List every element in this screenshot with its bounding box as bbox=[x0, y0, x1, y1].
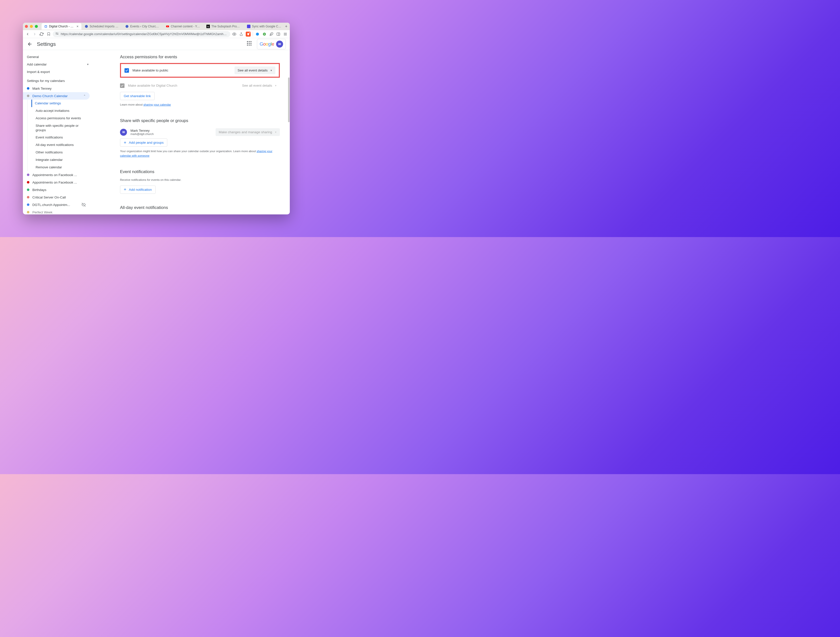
calendar-item-demo-church[interactable]: Demo Church Calendar ⌃ bbox=[23, 92, 90, 100]
favicon-icon bbox=[125, 25, 129, 28]
calendar-item-birthdays[interactable]: Birthdays bbox=[23, 186, 90, 193]
button-label: Add people and groups bbox=[129, 141, 164, 144]
sidebar-item-import-export[interactable]: Import & export bbox=[23, 68, 93, 76]
sub-item-calendar-settings[interactable]: Calendar settings bbox=[32, 100, 93, 107]
calendar-item[interactable]: Critical Server On-Call bbox=[23, 193, 90, 201]
chevron-up-icon: ⌃ bbox=[84, 94, 86, 98]
checkbox-label: Make available to public bbox=[133, 68, 231, 72]
chevron-down-icon: ▼ bbox=[275, 84, 277, 87]
sub-item-auto-accept[interactable]: Auto-accept invitations bbox=[32, 107, 93, 115]
tab-title: Channel content - YouTube bbox=[171, 25, 201, 28]
browser-tab[interactable]: Channel content - YouTube bbox=[163, 23, 203, 30]
tab-title: Events ‹ City Church — Wo bbox=[130, 25, 160, 28]
sub-item-allday-notifications[interactable]: All-day event notifications bbox=[32, 141, 93, 149]
back-button[interactable] bbox=[25, 32, 30, 37]
browser-tab[interactable]: Scheduled Imports – Events bbox=[82, 23, 122, 30]
youtube-favicon-icon bbox=[166, 25, 169, 28]
reload-button[interactable] bbox=[39, 32, 44, 37]
app-header: Settings Google bbox=[23, 38, 290, 50]
get-shareable-link-button[interactable]: Get shareable link bbox=[120, 92, 155, 100]
brave-shield-icon[interactable] bbox=[246, 32, 251, 36]
sub-item-integrate[interactable]: Integrate calendar bbox=[32, 156, 93, 164]
person-name: Mark Tenney bbox=[131, 129, 212, 133]
sub-item-access-permissions[interactable]: Access permissions for events bbox=[32, 115, 93, 122]
scrollbar[interactable] bbox=[288, 77, 289, 122]
section-title-allday-notifications: All-day event notifications bbox=[120, 205, 280, 210]
maximize-window-button[interactable] bbox=[35, 25, 38, 28]
svg-rect-7 bbox=[247, 25, 251, 28]
browser-tab[interactable]: N The Subsplash Product Ev bbox=[204, 23, 244, 30]
sub-item-share-people[interactable]: Share with specific people or groups bbox=[32, 122, 93, 134]
helper-link[interactable]: sharing your calendar bbox=[144, 103, 171, 106]
google-account-button[interactable]: Google bbox=[257, 39, 286, 49]
visibility-dropdown[interactable]: See all event details ▼ bbox=[235, 66, 275, 74]
dropdown-value: Make changes and manage sharing bbox=[219, 130, 272, 134]
notion-favicon-icon: N bbox=[206, 25, 210, 28]
svg-rect-1 bbox=[45, 26, 47, 27]
sidebar-item-general[interactable]: General bbox=[23, 53, 93, 60]
eye-icon[interactable] bbox=[232, 32, 237, 36]
share-icon[interactable] bbox=[239, 32, 244, 36]
calendar-item[interactable]: Appointments on Facebook ... bbox=[23, 171, 90, 179]
minimize-window-button[interactable] bbox=[30, 25, 33, 28]
window-controls bbox=[25, 25, 38, 28]
calendar-label: Appointments on Facebook ... bbox=[32, 173, 86, 177]
helper-text: Receive notifications for events on this… bbox=[120, 178, 280, 182]
section-title-share: Share with specific people or groups bbox=[120, 118, 280, 123]
url-field[interactable]: https://calendar.google.com/calendar/u/0… bbox=[53, 31, 230, 37]
checkbox-label: Make available for Digital Church bbox=[128, 84, 235, 87]
site-settings-icon[interactable] bbox=[55, 32, 59, 36]
sidebar-item-add-calendar[interactable]: Add calendar ▾ bbox=[23, 60, 93, 68]
new-tab-button[interactable]: + bbox=[285, 24, 287, 28]
hidden-icon bbox=[82, 203, 86, 207]
settings-sidebar: General Add calendar ▾ Import & export S… bbox=[23, 50, 93, 214]
calendar-item[interactable]: DGTL.church Appointm... bbox=[23, 201, 90, 209]
browser-tab[interactable]: Events ‹ City Church — Wo bbox=[123, 23, 163, 30]
helper-text: Receive notifications for all day events… bbox=[120, 213, 280, 214]
calendar-label: DGTL.church Appointm... bbox=[32, 203, 77, 207]
checkbox-public[interactable] bbox=[125, 68, 129, 73]
person-email: mark@dgtl.church bbox=[131, 133, 212, 136]
close-tab-icon[interactable]: × bbox=[76, 25, 79, 28]
sub-item-event-notifications[interactable]: Event notifications bbox=[32, 134, 93, 141]
browser-tab[interactable]: Sync with Google Calendar bbox=[245, 23, 284, 30]
svg-point-13 bbox=[256, 33, 259, 36]
checkbox-org bbox=[120, 84, 125, 88]
section-title-access: Access permissions for events bbox=[120, 55, 280, 60]
address-bar-icons bbox=[232, 32, 288, 36]
extensions-menu-icon[interactable] bbox=[269, 32, 274, 36]
extension-icon[interactable] bbox=[262, 32, 267, 36]
address-bar: https://calendar.google.com/calendar/u/0… bbox=[23, 30, 290, 38]
visibility-dropdown-disabled: See all event details ▼ bbox=[239, 82, 280, 89]
plus-icon: + bbox=[124, 188, 126, 191]
forward-button[interactable] bbox=[32, 32, 37, 37]
browser-tab-active[interactable]: Digital Church - Calend × bbox=[41, 23, 81, 30]
tab-bar: Digital Church - Calend × Scheduled Impo… bbox=[23, 23, 290, 30]
sidebar-section-header: Settings for my calendars bbox=[23, 76, 93, 85]
calendar-color-dot bbox=[27, 174, 29, 176]
calendar-label: Demo Church Calendar bbox=[32, 94, 81, 98]
tab-overflow-button[interactable] bbox=[288, 24, 290, 28]
helper-pre: Learn more about bbox=[120, 103, 144, 106]
calendar-item[interactable]: Perfect Week bbox=[23, 209, 90, 214]
url-text: https://calendar.google.com/calendar/u/0… bbox=[61, 32, 228, 36]
sub-item-remove[interactable]: Remove calendar bbox=[32, 164, 93, 171]
sidebar-toggle-icon[interactable] bbox=[276, 32, 281, 36]
google-logo-text: Google bbox=[260, 41, 274, 47]
permission-dropdown[interactable]: Make changes and manage sharing ▼ bbox=[216, 128, 280, 136]
calendar-item[interactable]: Appointments on Facebook ... bbox=[23, 179, 90, 186]
browser-window: Digital Church - Calend × Scheduled Impo… bbox=[23, 23, 290, 214]
settings-main: Access permissions for events Make avail… bbox=[93, 50, 290, 214]
bookmark-button[interactable] bbox=[46, 32, 51, 37]
add-notification-button[interactable]: + Add notification bbox=[120, 185, 156, 194]
sub-item-other-notifications[interactable]: Other notifications bbox=[32, 149, 93, 156]
close-window-button[interactable] bbox=[25, 25, 28, 28]
settings-back-button[interactable] bbox=[27, 41, 33, 47]
dropdown-value: See all event details bbox=[237, 68, 268, 72]
plus-icon: + bbox=[124, 141, 126, 144]
extension-icon[interactable] bbox=[255, 32, 260, 36]
google-apps-icon[interactable] bbox=[247, 41, 253, 47]
add-people-button[interactable]: + Add people and groups bbox=[120, 139, 167, 147]
calendar-item-mark-tenney[interactable]: Mark Tenney bbox=[23, 85, 90, 92]
menu-icon[interactable] bbox=[283, 32, 288, 36]
